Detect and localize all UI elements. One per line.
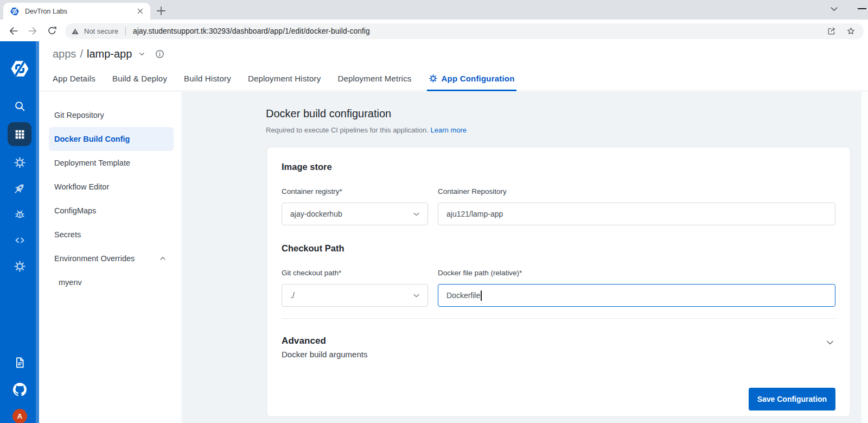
devtron-sidebar: A [0, 41, 39, 423]
documentation-icon[interactable] [0, 356, 39, 369]
new-tab-button[interactable] [156, 6, 166, 16]
code-icon[interactable] [0, 234, 39, 247]
devtron-logo[interactable] [0, 59, 39, 79]
subnav-item-configmaps[interactable]: ConfigMaps [49, 199, 174, 223]
github-icon[interactable] [0, 383, 39, 396]
bookmark-star-icon[interactable] [846, 26, 856, 36]
git-checkout-path-value: ./ [290, 291, 412, 300]
tab-app-details[interactable]: App Details [53, 72, 95, 85]
tab-build-deploy[interactable]: Build & Deploy [112, 72, 167, 85]
subnav-label: Docker Build Config [54, 135, 130, 143]
container-repository-input[interactable]: aju121/lamp-app [438, 203, 835, 225]
subnav-label: ConfigMaps [54, 206, 96, 215]
breadcrumb-section[interactable]: apps [53, 48, 76, 60]
tab-deployment-metrics[interactable]: Deployment Metrics [337, 72, 411, 85]
security-label[interactable]: Not secure [84, 27, 118, 35]
settings-gear-icon[interactable] [0, 260, 39, 273]
breadcrumb-app-name[interactable]: lamp-app [87, 48, 132, 60]
window-minimize-button[interactable] [858, 8, 866, 9]
subnav-item-environment-overrides[interactable]: Environment Overrides [49, 247, 174, 270]
image-store-heading: Image store [282, 162, 835, 172]
subnav-item-workflow-editor[interactable]: Workflow Editor [49, 175, 174, 199]
content-scrollbar-track [861, 92, 868, 423]
tab-app-configuration-label: App Configuration [442, 74, 515, 83]
advanced-heading: Advanced [282, 336, 825, 346]
tab-build-history[interactable]: Build History [184, 72, 231, 85]
docker-file-path-value: Dockerfile [446, 291, 480, 300]
back-button[interactable] [8, 26, 19, 36]
advanced-section[interactable]: Advanced Docker build arguments [282, 336, 835, 359]
save-configuration-button[interactable]: Save Configuration [749, 388, 835, 411]
app-info-icon[interactable] [155, 49, 165, 59]
browser-toolbar: Not secure ajay.studentsupport.tk:30293/… [0, 20, 868, 41]
learn-more-link[interactable]: Learn more [431, 126, 467, 134]
subnav-label: Git Repository [54, 111, 104, 119]
grid-icon [14, 129, 25, 140]
tab-search-chevron-icon[interactable] [829, 5, 839, 13]
subnav-item-git-repository[interactable]: Git Repository [49, 103, 174, 127]
container-repository-value: aju121/lamp-app [446, 210, 503, 218]
select-chevron-icon [412, 291, 421, 300]
docker-config-card: Image store Container registry* ajay-doc… [266, 147, 851, 417]
configuration-gear-icon [429, 74, 438, 83]
page-title: Docker build configuration [266, 108, 391, 120]
subnav-item-secrets[interactable]: Secrets [49, 223, 174, 247]
page-subtitle-text: Required to execute CI pipelines for thi… [266, 126, 429, 134]
main-content: Docker build configuration Required to e… [183, 92, 861, 423]
search-icon[interactable] [0, 100, 39, 112]
container-registry-label: Container registry* [282, 187, 428, 195]
bug-icon[interactable] [0, 208, 39, 220]
tab-close-icon[interactable] [135, 7, 145, 16]
not-secure-warning-icon [71, 28, 79, 35]
active-tab-underline [427, 90, 516, 91]
subnav-label: Environment Overrides [54, 254, 135, 263]
docker-file-path-input[interactable]: Dockerfile [438, 284, 835, 307]
container-repository-label: Container Repository [438, 187, 835, 195]
git-checkout-path-select[interactable]: ./ [282, 284, 428, 307]
container-registry-select[interactable]: ajay-dockerhub [282, 203, 428, 225]
browser-window: DevTron Labs [0, 0, 868, 423]
subnav-label: Deployment Template [54, 159, 130, 167]
select-chevron-icon [412, 210, 421, 219]
browser-tab-strip: DevTron Labs [0, 0, 868, 20]
app-header: apps / lamp-app App Details Build & Depl… [39, 41, 868, 91]
subnav-label: myenv [59, 278, 82, 287]
card-divider [282, 318, 835, 319]
applications-nav-item[interactable] [8, 122, 31, 146]
subnav-label: Workflow Editor [54, 182, 109, 191]
tab-title: DevTron Labs [25, 8, 135, 15]
subnav-item-myenv[interactable]: myenv [49, 270, 174, 294]
devtron-favicon [10, 7, 20, 16]
breadcrumb: apps / lamp-app [53, 48, 165, 60]
subnav-item-docker-build-config[interactable]: Docker Build Config [49, 127, 174, 151]
forward-button[interactable] [27, 26, 38, 36]
app-switcher-chevron-icon[interactable] [138, 50, 146, 58]
subnav-label: Secrets [54, 230, 81, 239]
breadcrumb-separator: / [80, 48, 83, 60]
tab-app-configuration[interactable]: App Configuration [429, 72, 515, 85]
container-registry-value: ajay-dockerhub [290, 210, 412, 218]
browser-tab[interactable]: DevTron Labs [3, 3, 150, 20]
subnav-item-deployment-template[interactable]: Deployment Template [49, 151, 174, 175]
advanced-expand-chevron-icon[interactable] [825, 337, 835, 348]
tab-deployment-history[interactable]: Deployment History [248, 72, 321, 85]
page-subtitle: Required to execute CI pipelines for thi… [266, 126, 467, 134]
user-avatar[interactable]: A [12, 409, 27, 423]
docker-build-arguments-label: Docker build arguments [282, 350, 825, 359]
checkout-path-heading: Checkout Path [282, 243, 835, 254]
app-tabs: App Details Build & Deploy Build History… [53, 72, 515, 85]
global-config-gear-icon[interactable] [0, 156, 39, 169]
share-icon[interactable] [826, 26, 837, 36]
omnibox-separator [125, 27, 126, 35]
rocket-icon[interactable] [0, 182, 39, 195]
url-text[interactable]: ajay.studentsupport.tk:30293/dashboard/a… [133, 27, 817, 35]
collapse-chevron-up-icon[interactable] [158, 254, 167, 263]
reload-button[interactable] [47, 26, 58, 36]
config-subnav: Git Repository Docker Build Config Deplo… [39, 92, 182, 423]
docker-file-path-label: Docker file path (relative)* [438, 269, 835, 277]
git-checkout-path-label: Git checkout path* [282, 269, 428, 277]
address-bar[interactable]: Not secure ajay.studentsupport.tk:30293/… [65, 23, 864, 39]
text-cursor [481, 291, 482, 301]
